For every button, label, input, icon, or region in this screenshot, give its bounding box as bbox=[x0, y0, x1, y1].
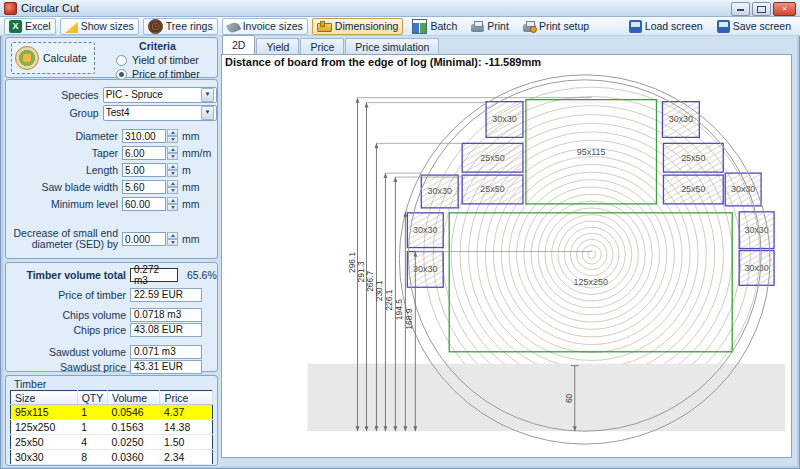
table-row[interactable]: 25x504 0.02501.50 bbox=[11, 435, 213, 450]
svg-text:291.3: 291.3 bbox=[355, 261, 365, 282]
svg-text:25x50: 25x50 bbox=[681, 184, 705, 194]
load-screen-button[interactable]: Load screen bbox=[624, 18, 708, 35]
criteria-group: Calculate Criteria Yield of timber Price… bbox=[5, 37, 218, 78]
tab-price[interactable]: Price bbox=[300, 38, 344, 54]
radio-icon-selected bbox=[116, 69, 127, 80]
maximize-button[interactable] bbox=[752, 2, 771, 16]
excel-button[interactable]: X Excel bbox=[4, 18, 56, 35]
length-input[interactable]: 5.00 bbox=[122, 163, 166, 177]
log-cut-diagram[interactable]: 30x3095x11530x3025x5025x5030x3025x5025x5… bbox=[222, 55, 791, 457]
saw-blade-width-input[interactable]: 5.60 bbox=[122, 180, 166, 194]
main-area: 2D Yield Price Price simulation Distance… bbox=[221, 36, 792, 458]
table-row[interactable]: 30x308 0.03602.34 bbox=[11, 450, 213, 465]
taper-unit: mm/m bbox=[182, 147, 211, 159]
timber-caption: Timber bbox=[14, 378, 46, 390]
invoice-sizes-icon bbox=[226, 21, 241, 34]
excel-label: Excel bbox=[25, 20, 51, 32]
minimum-level-label: Minimum level bbox=[6, 198, 122, 210]
svg-text:30x30: 30x30 bbox=[731, 184, 755, 194]
svg-text:30x30: 30x30 bbox=[492, 115, 516, 125]
window-title: Circular Cut bbox=[21, 2, 79, 14]
invoice-sizes-button[interactable]: Invoice sizes bbox=[222, 18, 308, 35]
col-qty[interactable]: QTY bbox=[77, 391, 107, 405]
svg-text:25x50: 25x50 bbox=[681, 153, 705, 163]
sawdust-volume-value: 0.071 m3 bbox=[130, 345, 202, 359]
price-of-timber-label: Price of timber bbox=[6, 289, 130, 301]
print-setup-button[interactable]: Print setup bbox=[518, 18, 594, 35]
excel-icon: X bbox=[9, 20, 22, 33]
chips-price-label: Chips price bbox=[6, 324, 130, 336]
print-setup-icon bbox=[523, 24, 536, 32]
sed-stepper[interactable] bbox=[167, 232, 178, 246]
calculate-label: Calculate bbox=[43, 52, 87, 64]
sawdust-price-label: Sawdust price bbox=[6, 361, 130, 373]
col-volume[interactable]: Volume bbox=[107, 391, 160, 405]
show-sizes-label: Show sizes bbox=[81, 20, 134, 32]
species-value: PIC - Spruce bbox=[106, 89, 163, 100]
col-price[interactable]: Price bbox=[160, 391, 213, 405]
close-button[interactable]: × bbox=[773, 2, 796, 16]
print-label: Print bbox=[487, 20, 509, 32]
saw-blade-width-stepper[interactable] bbox=[167, 180, 178, 194]
sed-input[interactable]: 0.000 bbox=[122, 232, 166, 246]
save-screen-label: Save screen bbox=[733, 20, 791, 32]
radio-label: Yield of timber bbox=[132, 54, 199, 66]
diameter-unit: mm bbox=[182, 130, 200, 142]
minimum-level-stepper[interactable] bbox=[167, 197, 178, 211]
print-setup-label: Print setup bbox=[539, 20, 589, 32]
tab-2d[interactable]: 2D bbox=[222, 35, 255, 54]
tree-rings-button[interactable]: Tree rings bbox=[143, 18, 218, 35]
batch-icon bbox=[412, 19, 427, 34]
svg-text:30x30: 30x30 bbox=[744, 263, 768, 273]
sawdust-price-value: 43.31 EUR bbox=[130, 360, 202, 374]
saw-blade-icon bbox=[15, 46, 39, 70]
timber-group: Timber Size QTY Volume Price 95x1151 bbox=[5, 375, 218, 466]
batch-label: Batch bbox=[430, 20, 457, 32]
taper-input[interactable]: 6.00 bbox=[122, 146, 166, 160]
table-row[interactable]: 95x1151 0.05464.37 bbox=[11, 405, 213, 420]
species-label: Species bbox=[6, 89, 103, 101]
tab-yield[interactable]: Yield bbox=[256, 38, 299, 54]
svg-text:60: 60 bbox=[564, 393, 574, 403]
print-icon bbox=[471, 24, 484, 32]
show-sizes-button[interactable]: Show sizes bbox=[60, 18, 139, 35]
svg-text:230.1: 230.1 bbox=[374, 280, 384, 301]
svg-text:194.5: 194.5 bbox=[394, 299, 404, 320]
print-button[interactable]: Print bbox=[466, 18, 514, 35]
distance-header: Distance of board from the edge of log (… bbox=[225, 56, 541, 68]
taper-stepper[interactable] bbox=[167, 146, 178, 160]
svg-text:30x30: 30x30 bbox=[744, 225, 768, 235]
group-select[interactable]: Test4 ▼ bbox=[103, 105, 217, 121]
show-sizes-icon bbox=[65, 22, 78, 33]
svg-text:226.1: 226.1 bbox=[384, 289, 394, 310]
species-select[interactable]: PIC - Spruce ▼ bbox=[103, 87, 217, 103]
minimize-button[interactable] bbox=[731, 2, 750, 16]
length-stepper[interactable] bbox=[167, 163, 178, 177]
save-screen-button[interactable]: Save screen bbox=[712, 18, 796, 35]
sawdust-volume-label: Sawdust volume bbox=[6, 346, 130, 358]
radio-yield-of-timber[interactable]: Yield of timber bbox=[116, 54, 213, 66]
minimum-level-input[interactable]: 60.00 bbox=[122, 197, 166, 211]
chevron-down-icon: ▼ bbox=[201, 88, 214, 102]
svg-text:30x30: 30x30 bbox=[413, 264, 437, 274]
dimensioning-icon bbox=[317, 23, 332, 32]
toolbar: X Excel Show sizes Tree rings Invoice si… bbox=[0, 17, 800, 36]
diameter-stepper[interactable] bbox=[167, 129, 178, 143]
calculate-button[interactable]: Calculate bbox=[11, 42, 95, 74]
criteria-title: Criteria bbox=[102, 40, 213, 52]
cut-diagram-page: Distance of board from the edge of log (… bbox=[221, 54, 792, 458]
chips-volume-value: 0.0718 m3 bbox=[130, 308, 202, 322]
dimensioning-button[interactable]: Dimensioning bbox=[312, 18, 404, 35]
dimensioning-label: Dimensioning bbox=[335, 20, 399, 32]
diameter-input[interactable]: 310.00 bbox=[122, 129, 166, 143]
batch-button[interactable]: Batch bbox=[407, 18, 462, 35]
save-screen-icon bbox=[717, 20, 730, 33]
col-size[interactable]: Size bbox=[11, 391, 78, 405]
svg-text:30x30: 30x30 bbox=[669, 115, 693, 125]
minimum-level-unit: mm bbox=[182, 198, 200, 210]
load-screen-icon bbox=[629, 20, 642, 33]
invoice-sizes-label: Invoice sizes bbox=[243, 20, 303, 32]
app-icon bbox=[4, 2, 17, 15]
tab-price-simulation[interactable]: Price simulation bbox=[345, 38, 439, 54]
table-row[interactable]: 125x2501 0.156314.38 bbox=[11, 420, 213, 435]
